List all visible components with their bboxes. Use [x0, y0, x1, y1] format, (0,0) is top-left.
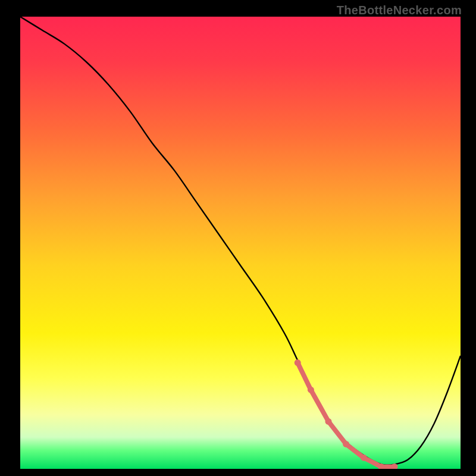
chart-plot-area [20, 17, 461, 469]
optimal-marker-dot [325, 418, 332, 425]
optimal-marker-dot [361, 455, 367, 461]
optimal-marker-dot [308, 387, 314, 393]
bottleneck-curve-line [20, 17, 461, 465]
optimal-marker-dot [343, 441, 349, 447]
optimal-marker-dot [295, 359, 301, 366]
optimal-range-markers [295, 359, 398, 469]
chart-overlay-svg [20, 17, 461, 469]
chart-frame: TheBottleNecker.com [0, 0, 476, 476]
attribution-text: TheBottleNecker.com [337, 4, 462, 17]
optimal-range-line [298, 363, 394, 467]
